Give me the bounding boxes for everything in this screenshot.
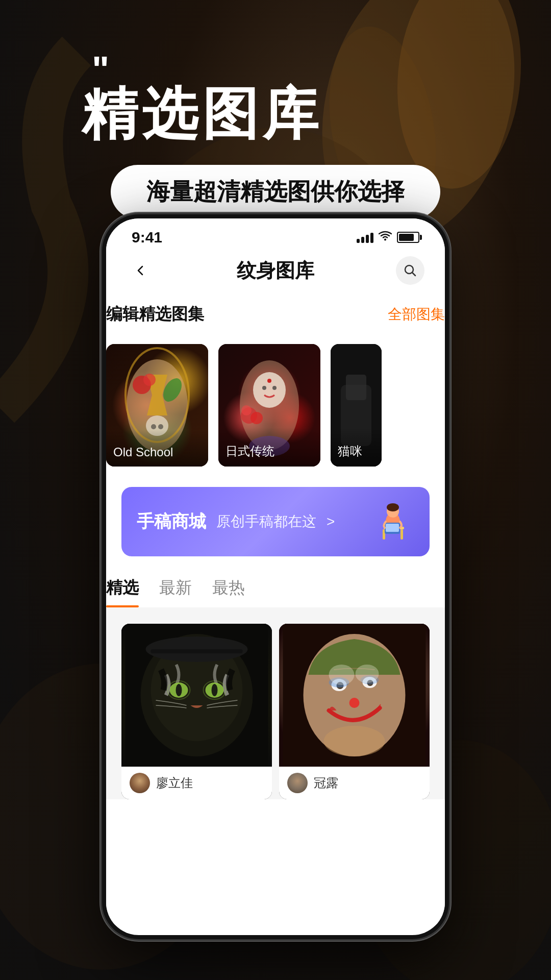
- svg-point-44: [212, 684, 218, 696]
- svg-point-21: [272, 386, 277, 390]
- grid-item-joker[interactable]: 冠露: [279, 624, 430, 799]
- banner-section: 手稿商城 原创手稿都在这 >: [106, 477, 445, 567]
- svg-point-14: [151, 424, 156, 429]
- svg-rect-29: [346, 375, 366, 400]
- svg-rect-48: [151, 649, 243, 653]
- grid-section: 廖立佳: [106, 607, 445, 799]
- svg-point-22: [267, 379, 271, 383]
- banner-subtitle: 原创手稿都在这: [216, 512, 316, 531]
- battery-icon: [397, 232, 419, 243]
- search-icon: [403, 263, 417, 278]
- image-grid: 廖立佳: [121, 624, 430, 799]
- svg-point-43: [176, 684, 182, 696]
- svg-rect-32: [400, 529, 403, 540]
- promo-subtitle-wrap: 海量超清精选图供你选择: [111, 165, 440, 219]
- tiger-image: [121, 624, 272, 767]
- avatar-joker-author: [287, 773, 308, 793]
- tab-hottest[interactable]: 最热: [212, 577, 245, 607]
- tab-latest[interactable]: 最新: [159, 577, 192, 607]
- tiger-item-footer: 廖立佳: [121, 767, 272, 799]
- wifi-icon: [379, 230, 392, 244]
- banner-illustration: [363, 501, 414, 542]
- tiger-author-name: 廖立佳: [156, 775, 193, 791]
- signal-icon: [357, 232, 373, 243]
- svg-point-60: [356, 665, 379, 683]
- svg-point-15: [158, 424, 163, 429]
- svg-point-59: [329, 665, 355, 685]
- promo-title: 精选图库: [0, 83, 551, 144]
- back-button[interactable]: [127, 256, 155, 285]
- editors-choice-title: 编辑精选图集: [106, 303, 204, 326]
- status-time: 9:41: [132, 229, 162, 246]
- phone-frame: 9:41: [102, 214, 449, 939]
- phone-screen: 9:41: [106, 218, 445, 935]
- svg-point-20: [262, 386, 266, 390]
- joker-author-name: 冠露: [314, 775, 338, 791]
- status-icons: [357, 230, 419, 244]
- gallery-card-cat[interactable]: 猫咪: [331, 344, 382, 467]
- gallery-card-japanese[interactable]: 日式传统: [218, 344, 320, 467]
- banner-title: 手稿商城: [137, 510, 206, 533]
- svg-point-57: [349, 698, 360, 708]
- banner-arrow-icon: >: [327, 513, 335, 530]
- svg-point-19: [253, 372, 286, 408]
- svg-point-7: [384, 239, 386, 241]
- tab-featured[interactable]: 精选: [106, 577, 139, 607]
- all-albums-link[interactable]: 全部图集: [388, 305, 445, 324]
- gallery-card-cat-label: 猫咪: [331, 428, 382, 467]
- nav-title: 纹身图库: [237, 258, 314, 284]
- grid-item-tiger[interactable]: 廖立佳: [121, 624, 272, 799]
- promo-subtitle: 海量超清精选图供你选择: [146, 178, 405, 205]
- gallery-card-old-school[interactable]: Old School: [106, 344, 208, 467]
- status-bar: 9:41: [106, 218, 445, 251]
- svg-point-25: [251, 412, 263, 424]
- gallery-card-old-school-label: Old School: [106, 430, 208, 467]
- banner-link[interactable]: 手稿商城 原创手稿都在这 >: [121, 487, 430, 556]
- svg-point-35: [387, 503, 399, 511]
- banner-text: 手稿商城 原创手稿都在这 >: [137, 510, 335, 533]
- nav-bar: 纹身图库: [106, 251, 445, 295]
- svg-point-24: [241, 405, 252, 415]
- search-button[interactable]: [396, 256, 424, 285]
- svg-rect-37: [386, 524, 399, 532]
- gallery-scroll: Old School: [106, 344, 445, 477]
- joker-item-footer: 冠露: [279, 767, 430, 799]
- svg-point-58: [324, 726, 385, 756]
- gallery-card-japanese-label: 日式传统: [218, 428, 320, 467]
- tabs-row: 精选 最新 最热: [106, 577, 445, 607]
- promo-section: " 精选图库 海量超清精选图供你选择: [0, 51, 551, 219]
- avatar-tiger-author: [130, 773, 150, 793]
- joker-image: [279, 624, 430, 767]
- content-area: 编辑精选图集 全部图集: [106, 295, 445, 925]
- tabs-section: 精选 最新 最热: [106, 567, 445, 607]
- svg-point-12: [143, 374, 156, 386]
- section-header-editors-choice: 编辑精选图集 全部图集: [106, 295, 445, 334]
